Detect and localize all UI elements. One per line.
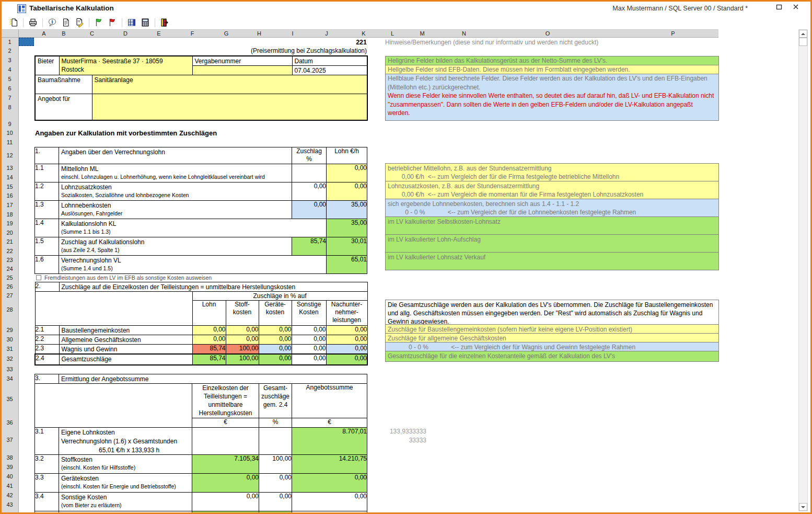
row-header-20[interactable]: 20	[2, 230, 18, 236]
column-header-H[interactable]: H	[257, 30, 261, 37]
row-header-12[interactable]: 12	[2, 152, 18, 158]
row-header-14[interactable]: 14	[2, 174, 18, 180]
cell-1-6-lohn[interactable]: 65,01	[327, 256, 367, 274]
cell-3-3-zuschlag[interactable]: 0,00	[259, 474, 292, 493]
cell-2-2-sonstige[interactable]: 0,00	[292, 335, 326, 345]
row-header-35[interactable]: 35	[2, 396, 18, 402]
cell-2-3-geraete[interactable]: 0,00	[259, 345, 292, 355]
cell-3-4-zuschlag[interactable]: 0,00	[259, 493, 292, 511]
cell-2-4-geraete[interactable]: 0,00	[259, 354, 292, 365]
cell-2-1-stoff[interactable]: 0,00	[226, 326, 259, 335]
column-header-B[interactable]: B	[62, 30, 65, 37]
cell-2-2-stoff[interactable]: 0,00	[226, 335, 259, 345]
row-header-6[interactable]: 6	[2, 85, 18, 92]
cell-3-1-einzelkosten[interactable]	[192, 428, 259, 455]
cell-1-3-zuschlag[interactable]: 0,00	[292, 201, 327, 219]
cell-2-3-stoff[interactable]: 100,00	[226, 345, 259, 355]
cell-1-2-lohn[interactable]: 0,00	[327, 182, 367, 201]
row-header-33[interactable]: 33	[2, 366, 18, 372]
cell-k1-value[interactable]: 221	[326, 39, 367, 46]
row-header-40[interactable]: 40	[2, 473, 18, 479]
cell-2-2-geraete[interactable]: 0,00	[259, 335, 292, 345]
row-header-15[interactable]: 15	[2, 184, 18, 190]
row-header-9[interactable]: 9	[2, 121, 18, 127]
cell-2-1-nachunternehmer[interactable]: 0,00	[326, 326, 367, 335]
row-header-36[interactable]: 36	[2, 419, 18, 426]
datum-value-cell[interactable]: 07.04.2025	[292, 66, 367, 75]
row-header-32[interactable]: 32	[2, 356, 18, 362]
cell-3-2-zuschlag[interactable]: 100,00	[259, 455, 292, 474]
scroll-down-button[interactable]	[799, 503, 807, 511]
cell-3-3-einzelkosten[interactable]: 0,00	[192, 474, 259, 493]
column-header-L[interactable]: L	[391, 30, 394, 37]
row-header-2[interactable]: 2	[2, 48, 18, 54]
selected-cell-a1[interactable]	[19, 38, 34, 46]
row-header-27[interactable]: 27	[2, 292, 18, 299]
close-button[interactable]	[793, 4, 803, 13]
row-header-16[interactable]: 16	[2, 192, 18, 199]
row-header-29[interactable]: 29	[2, 327, 18, 333]
row-header-31[interactable]: 31	[2, 346, 18, 352]
new-document-button[interactable]	[7, 17, 20, 28]
row-header-26[interactable]: 26	[2, 283, 18, 290]
report-button[interactable]	[59, 17, 73, 28]
cell-1-3-lohn[interactable]: 35,00	[327, 201, 367, 219]
cell-1-1-lohn[interactable]: 0,00	[327, 164, 367, 182]
row-header-24[interactable]: 24	[2, 266, 18, 272]
row-header-4[interactable]: 4	[2, 66, 18, 73]
cell-3-2-einzelkosten[interactable]: 7.105,34	[192, 455, 259, 474]
column-header-F[interactable]: F	[191, 30, 194, 37]
scrollbar-thumb[interactable]	[799, 38, 807, 46]
cell-3-1-angebotssumme[interactable]: 8.707,01	[292, 428, 367, 455]
cell-1-1-zuschlag[interactable]	[292, 164, 327, 182]
exit-button[interactable]	[158, 17, 171, 28]
cell-2-4-lohn[interactable]: 85,74	[192, 354, 226, 365]
column-header-J[interactable]: J	[325, 30, 328, 37]
column-header-D[interactable]: D	[123, 30, 127, 37]
edit-report-button[interactable]	[73, 17, 86, 28]
row-header-23[interactable]: 23	[2, 257, 18, 263]
cell-2-2-nachunternehmer[interactable]: 0,00	[326, 335, 367, 345]
column-header-I[interactable]: I	[292, 30, 293, 37]
row-header-11[interactable]: 11	[2, 139, 18, 145]
cell-2-1-lohn[interactable]: 0,00	[192, 326, 226, 335]
row-header-8[interactable]: 8	[2, 104, 18, 110]
column-header-K[interactable]: K	[362, 30, 365, 37]
column-header-A[interactable]: A	[42, 30, 45, 37]
cell-3-1-zuschlag[interactable]	[259, 428, 292, 455]
angebot-field[interactable]	[92, 94, 367, 120]
row-header-10[interactable]: 10	[2, 130, 18, 136]
row-header-28[interactable]: 28	[2, 306, 18, 313]
cell-2-4-stoff[interactable]: 100,00	[226, 354, 259, 365]
print-button[interactable]	[26, 17, 40, 28]
calculator-button[interactable]	[138, 17, 152, 28]
row-header-7[interactable]: 7	[2, 95, 18, 101]
flag-red-button[interactable]	[106, 17, 119, 28]
row-header-13[interactable]: 13	[2, 165, 18, 171]
cell-2-3-lohn[interactable]: 85,74	[192, 345, 226, 355]
flag-green-button[interactable]	[92, 17, 106, 28]
cell-1-2-zuschlag[interactable]: 0,00	[292, 182, 327, 201]
info-button[interactable]: i	[45, 17, 59, 28]
column-header-M[interactable]: M	[420, 30, 424, 37]
column-header-P[interactable]: P	[671, 30, 675, 37]
row-header-5[interactable]: 5	[2, 76, 18, 82]
row-header-42[interactable]: 42	[2, 492, 18, 498]
cell-1-4-lohn[interactable]: 35,00	[327, 219, 367, 237]
fremdleistungen-checkbox[interactable]	[36, 275, 41, 280]
column-header-O[interactable]: O	[546, 30, 550, 37]
row-header-37[interactable]: 37	[2, 437, 18, 443]
vertical-scrollbar[interactable]	[798, 29, 808, 511]
cell-2-3-sonstige[interactable]: 0,00	[292, 345, 326, 355]
select-all-corner[interactable]	[2, 29, 19, 38]
cell-3-2-angebotssumme[interactable]: 14.210,75	[292, 455, 367, 474]
cell-3-3-angebotssumme[interactable]: 0,00	[292, 474, 367, 493]
cell-3-4-einzelkosten[interactable]: 0,00	[192, 493, 259, 511]
row-header-43[interactable]: 43	[2, 501, 18, 508]
row-header-3[interactable]: 3	[2, 57, 18, 63]
row-header-39[interactable]: 39	[2, 464, 18, 470]
row-header-25[interactable]: 25	[2, 275, 18, 281]
cell-2-4-sonstige[interactable]: 0,00	[292, 354, 326, 365]
column-header-C[interactable]: C	[90, 30, 94, 37]
row-header-17[interactable]: 17	[2, 202, 18, 208]
